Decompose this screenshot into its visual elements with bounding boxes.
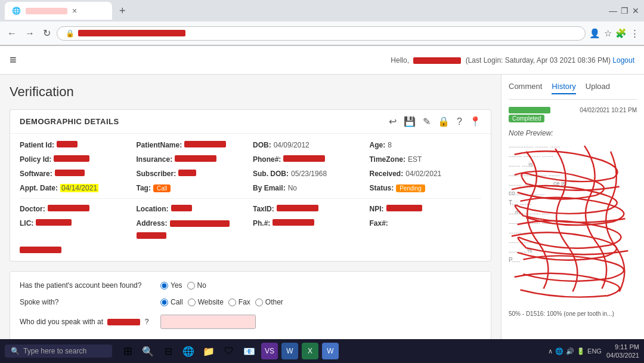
appt-date-value: 04/14/2021 [60,184,98,192]
back-arrow-icon[interactable]: ↩ [389,116,397,127]
tab-close-button[interactable]: × [72,6,77,16]
demographic-card-title: DEMOGRAPHIC DETAILS [20,117,119,126]
location-value [171,205,192,211]
app-header: ≡ Hello, (Last Login: Saturday, Apr 03 2… [0,46,644,75]
patient-name-field: PatientName: [137,141,249,149]
account-found-yes-radio[interactable] [160,282,168,290]
new-tab-button[interactable]: + [114,5,131,17]
back-button[interactable]: ← [5,26,19,41]
received-value: 04/02/2021 [405,170,441,178]
address-field: Address: [137,219,249,239]
account-found-no-radio[interactable] [187,282,195,290]
software-label: Software: [20,170,52,178]
taxid-value [277,205,318,211]
taskbar-excel-button[interactable]: X [302,343,318,359]
patient-id-value [57,141,78,147]
refresh-button[interactable]: ↻ [41,25,53,41]
save-icon[interactable]: 💾 [404,116,416,127]
taskbar-widgets-button[interactable]: ⊟ [160,343,177,359]
taskbar-search[interactable]: 🔍 Type here to search [5,344,112,358]
spoke-website-radio[interactable] [188,299,196,306]
demographic-details-card: DEMOGRAPHIC DETAILS ↩ 💾 ✎ 🔒 ? 📍 Patient … [10,109,491,262]
spoke-fax-radio[interactable] [228,299,236,306]
extra-redacted-value [20,247,61,253]
taskbar-word-button[interactable]: W [281,343,298,359]
taskbar: 🔍 Type here to search ⊞ 🔍 ⊟ 🌐 📁 🛡 📧 VS W… [0,339,644,363]
lic-label: LIC: [20,219,33,227]
bookmark-icon[interactable]: ☆ [604,28,612,39]
taskbar-extra-button[interactable]: W [322,343,339,359]
dob-field: DOB: 04/09/2012 [253,141,365,149]
patient-name-label: PatientName: [137,141,182,149]
note-preview-section: Note Preview: ............... ........ .… [509,129,637,308]
dob-label: DOB: [253,141,271,149]
minimize-button[interactable]: — [609,6,617,16]
taskbar-date: 04/03/2021 [606,351,639,359]
lock-icon: 🔒 [66,29,75,38]
patient-id-field: Patient Id: [20,141,132,149]
edit-icon[interactable]: ✎ [423,116,431,127]
patient-name-value [184,141,226,147]
field-row-6: LIC: Address: Ph.#: [20,219,481,239]
percentage-text: 50% - D1516: 100% (one per tooth in...) [509,310,637,317]
maximize-button[interactable]: ❐ [621,6,628,16]
taskbar-explorer-button[interactable]: 📁 [200,343,217,359]
speak-with-input[interactable] [160,315,256,329]
age-field: Age: 8 [370,141,482,149]
address-value-2 [137,232,166,239]
age-value: 8 [388,141,392,149]
website-label: Website [198,298,224,306]
location-label: Location: [137,205,169,213]
taskbar-network-icon: 🌐 [555,347,564,355]
taskbar-visual-studio-button[interactable]: VS [261,343,278,359]
received-label: Received: [370,170,404,178]
spoke-other-option[interactable]: Other [255,298,283,306]
spoke-call-radio[interactable] [160,299,168,306]
taskbar-icons: ⊞ 🔍 ⊟ 🌐 📁 🛡 📧 VS W X W [119,343,339,359]
taskbar-volume-icon: 🔊 [566,347,574,355]
search-icon: 🔍 [11,347,20,355]
menu-icon[interactable]: ⋮ [630,28,639,39]
tab-comment[interactable]: Comment [509,82,542,94]
profile-icon[interactable]: 👤 [589,28,600,39]
help-icon[interactable]: ? [457,116,462,127]
taskbar-eng-text: ENG [587,347,602,355]
spoke-website-option[interactable]: Website [188,298,224,306]
account-found-no[interactable]: No [187,281,206,290]
tab-history[interactable]: History [552,82,575,94]
taskbar-mail-button[interactable]: 📧 [241,343,258,359]
other-label: Other [265,298,283,306]
nav-bar: ← → ↻ 🔒 👤 ☆ 🧩 ⋮ [0,21,644,45]
taskbar-arrow-icon[interactable]: ∧ [548,347,553,355]
taskbar-system-icons: ∧ 🌐 🔊 🔋 ENG [548,347,602,355]
taskbar-windows-button[interactable]: ⊞ [119,343,136,359]
taskbar-edge-button[interactable]: 🌐 [180,343,197,359]
logout-button[interactable]: Logout [612,56,634,64]
speak-at-redacted [107,319,140,325]
history-entry-1: 04/02/2021 10:21 PM Completed [509,107,637,122]
account-found-options: Yes No [160,281,206,290]
speak-with-label: Who did you speak with at ? [20,318,151,326]
subscriber-label: Subscriber: [137,170,177,178]
ph-label: Ph.#: [253,219,270,227]
spoke-call-option[interactable]: Call [160,298,183,306]
taskbar-search-button[interactable]: 🔍 [140,343,156,359]
spoke-fax-option[interactable]: Fax [228,298,250,306]
tab-upload[interactable]: Upload [586,82,610,94]
fax-field: Fax#: [370,219,482,227]
lock-icon[interactable]: 🔒 [438,116,450,127]
taskbar-shield-button[interactable]: 🛡 [221,343,237,359]
hamburger-menu-button[interactable]: ≡ [10,53,17,67]
close-window-button[interactable]: ✕ [632,6,639,16]
taxid-field: TaxID: [253,205,365,213]
active-tab[interactable]: 🌐 × [5,2,112,20]
spoke-other-radio[interactable] [255,299,263,306]
location-icon[interactable]: 📍 [469,116,481,127]
right-panel: Comment History Upload 04/02/2021 10:21 … [501,75,644,363]
lic-field: LIC: [20,219,132,227]
account-found-yes[interactable]: Yes [160,281,182,290]
address-bar[interactable]: 🔒 [57,26,586,41]
note-preview-label: Note Preview: [509,129,637,137]
extensions-icon[interactable]: 🧩 [615,28,627,39]
forward-button[interactable]: → [23,26,37,41]
